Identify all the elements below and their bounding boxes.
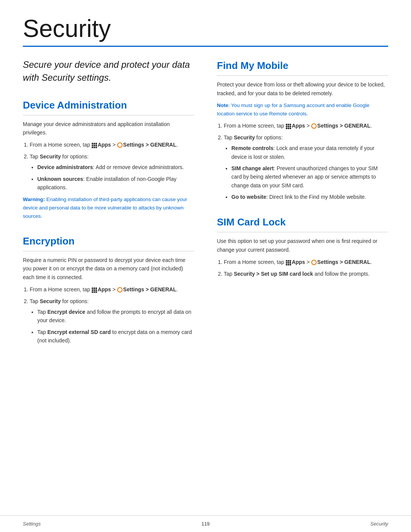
settings-path-4: Settings > GENERAL [317, 259, 371, 265]
encryption-options: Tap Encrypt device and follow the prompt… [30, 308, 194, 345]
encryption-step-2: Tap Security for options: Tap Encrypt de… [30, 297, 194, 345]
find-my-mobile-option-2: SIM change alert: Prevent unauthorized c… [231, 164, 388, 190]
encryption-intro: Require a numeric PIN or password to dec… [23, 256, 194, 281]
find-my-mobile-body: Protect your device from loss or theft a… [217, 80, 388, 201]
settings-path-2: Settings > GENERAL [123, 286, 177, 292]
device-administration-heading: Device Administration [23, 98, 194, 115]
sim-card-lock-heading: SIM Card Lock [217, 215, 388, 232]
security-label-1: Security [40, 153, 61, 160]
sim-card-lock-security-label: Security > Set up SIM card lock [234, 271, 313, 277]
security-label-3: Security [234, 134, 255, 141]
unknown-sources-label: Unknown sources [37, 176, 83, 182]
device-administration-steps: From a Home screen, tap Apps > Settings … [23, 141, 194, 192]
device-admin-warning: Warning: Enabling installation of third-… [23, 195, 194, 220]
find-my-mobile-intro: Protect your device from loss or theft a… [217, 80, 388, 97]
page-header: Security [0, 0, 411, 47]
find-my-mobile-step-2: Tap Security for options: Remote control… [224, 133, 388, 201]
encryption-option-1: Tap Encrypt device and follow the prompt… [37, 308, 194, 325]
page-title: Security [23, 15, 388, 42]
find-my-mobile-steps: From a Home screen, tap Apps > Settings … [217, 121, 388, 201]
apps-label-4: Apps [292, 259, 305, 265]
remote-controls-label: Remote controls [231, 145, 273, 151]
page-container: Security Secure your device and protect … [0, 0, 411, 532]
encrypt-device-label: Encrypt device [47, 309, 85, 315]
encryption-option-2: Tap Encrypt external SD card to encrypt … [37, 328, 194, 345]
settings-icon-4 [311, 260, 317, 265]
sim-change-alert-label: SIM change alert [231, 165, 274, 171]
find-my-mobile-step-1: From a Home screen, tap Apps > Settings … [224, 121, 388, 130]
device-admin-options: Device administrators: Add or remove dev… [30, 163, 194, 192]
subtitle-block: Secure your device and protect your data… [23, 58, 194, 84]
device-administration-section: Device Administration Manage your device… [23, 98, 194, 220]
apps-icon-2 [92, 288, 97, 293]
settings-path-3: Settings > GENERAL [317, 123, 371, 129]
security-label-2: Security [40, 298, 61, 304]
settings-path-1: Settings > GENERAL [123, 142, 177, 148]
content-area: Secure your device and protect your data… [0, 58, 411, 358]
device-admin-step-2: Tap Security for options: Device adminis… [30, 152, 194, 192]
apps-icon-3 [286, 124, 291, 129]
warning-text-content: Enabling installation of third-party app… [23, 197, 187, 219]
encryption-section: Encryption Require a numeric PIN or pass… [23, 234, 194, 345]
apps-label-3: Apps [292, 123, 305, 129]
apps-label-2: Apps [98, 286, 111, 292]
apps-icon-1 [92, 143, 97, 148]
device-administrators-label: Device administrators [37, 164, 93, 170]
find-my-mobile-options: Remote controls: Lock and erase your dat… [224, 144, 388, 201]
page-footer: Settings 119 Security [0, 515, 411, 532]
sim-card-lock-step-1: From a Home screen, tap Apps > Settings … [224, 258, 388, 266]
device-admin-step-1: From a Home screen, tap Apps > Settings … [30, 141, 194, 149]
find-my-mobile-option-1: Remote controls: Lock and erase your dat… [231, 144, 388, 161]
find-my-mobile-option-3: Go to website: Direct link to the Find m… [231, 193, 388, 201]
encryption-step-1: From a Home screen, tap Apps > Settings … [30, 285, 194, 294]
footer-page-number: 119 [201, 520, 210, 528]
footer-left: Settings [23, 520, 41, 528]
subtitle-text: Secure your device and protect your data… [23, 58, 194, 84]
sim-card-lock-intro: Use this option to set up your password … [217, 237, 388, 254]
settings-icon-1 [117, 142, 123, 148]
footer-right: Security [370, 520, 388, 528]
header-divider [23, 46, 388, 47]
sim-card-lock-steps: From a Home screen, tap Apps > Settings … [217, 258, 388, 278]
sim-card-lock-section: SIM Card Lock Use this option to set up … [217, 215, 388, 278]
go-to-website-label: Go to website [231, 194, 266, 200]
encrypt-sd-label: Encrypt external SD card [47, 329, 111, 335]
left-column: Secure your device and protect your data… [23, 58, 194, 358]
find-my-mobile-section: Find My Mobile Protect your device from … [217, 58, 388, 201]
note-label: Note [217, 102, 228, 108]
encryption-steps: From a Home screen, tap Apps > Settings … [23, 285, 194, 345]
sim-card-lock-body: Use this option to set up your password … [217, 237, 388, 278]
find-my-mobile-heading: Find My Mobile [217, 58, 388, 76]
encryption-body: Require a numeric PIN or password to dec… [23, 256, 194, 345]
find-my-mobile-note: Note: You must sign up for a Samsung acc… [217, 101, 388, 118]
apps-label-1: Apps [98, 142, 111, 148]
device-administration-intro: Manage your device administrators and ap… [23, 120, 194, 137]
warning-label: Warning: [23, 197, 45, 202]
settings-icon-3 [311, 123, 317, 129]
device-admin-option-2: Unknown sources: Enable installation of … [37, 175, 194, 192]
device-admin-option-1: Device administrators: Add or remove dev… [37, 163, 194, 171]
sim-card-lock-step-2: Tap Security > Set up SIM card lock and … [224, 270, 388, 278]
right-column: Find My Mobile Protect your device from … [217, 58, 388, 358]
apps-icon-4 [286, 260, 291, 265]
settings-icon-2 [117, 287, 123, 292]
encryption-heading: Encryption [23, 234, 194, 251]
device-administration-body: Manage your device administrators and ap… [23, 120, 194, 220]
